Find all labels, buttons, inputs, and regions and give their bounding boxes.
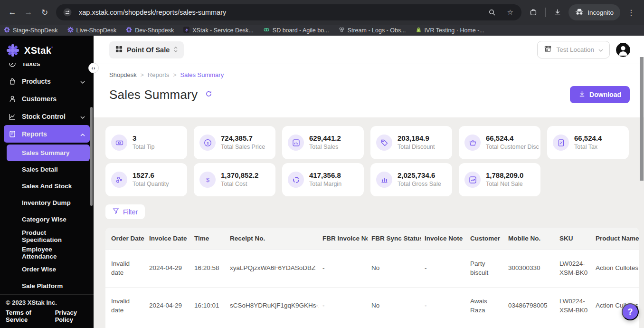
sidebar-item-label: Stock Control [22,113,75,120]
chevron-up-icon [80,130,85,138]
sidebar-item-reports[interactable]: Reports [4,125,90,143]
reports-submenu: Sales Summary Sales Detail Sales And Sto… [4,145,90,291]
bookmark-stream-logs[interactable]: Stream - Logs - Obs... [339,27,406,34]
xstak-logo[interactable]: XStak' [0,36,94,61]
back-icon[interactable]: ← [5,5,20,20]
stat-value: 629,441.2 [309,134,341,143]
breadcrumb-reports[interactable]: Reports [148,71,170,78]
submenu-product-specification[interactable]: Product Specification [7,228,90,244]
submenu-sales-and-stock[interactable]: Sales And Stock [7,178,90,194]
sidebar-collapse-toggle[interactable]: ‹› [88,63,99,73]
page-scrollbar[interactable] [639,36,644,328]
flower-icon [4,27,10,34]
title-block: Shopdesk > Reports > Sales Summary Sales… [94,64,644,117]
download-button[interactable]: Download [570,86,630,103]
search-icon[interactable] [485,6,499,19]
stats-cards: 3Total Tip $ 724,385.7Total Sales Price … [105,126,630,196]
stat-card-total-discount: 203,184.9Total Discount [370,126,452,159]
sidebar: XStak' Taxes Products Customers [0,36,94,328]
cell-fbr-sync-status: No [368,287,421,325]
bookmark-sd-board[interactable]: SD board - Agile bo... [263,27,329,34]
stat-label: Total Net Sale [486,181,523,188]
pos-label: Point Of Sale [127,46,170,54]
bookmark-xstak-service-desk[interactable]: XStak - Service Desk... [183,27,254,34]
bookmark-label: Dev-Shopdesk [135,27,174,34]
browser-menu-icon[interactable]: ⋮ [623,4,639,20]
reload-icon[interactable]: ↻ [37,5,52,20]
submenu-sales-detail[interactable]: Sales Detail [7,161,90,178]
bookmark-star-icon[interactable]: ☆ [503,6,517,19]
table-row[interactable]: Invalid date 2024-04-29 16:20:58 xyaLPQj… [105,250,639,287]
stat-label: Total Quantity [133,181,169,188]
privacy-link[interactable]: Privacy Policy [55,309,88,323]
logo-tick: ' [51,45,53,52]
extensions-icon[interactable] [525,4,541,20]
scrollbar-thumb[interactable] [640,57,644,181]
stat-label: Total Gross Sale [398,181,441,188]
url-text[interactable]: xap.xstak.com/shopdesk/reports/sales-sum… [79,9,481,16]
bookmark-dev-shopdesk[interactable]: Dev-Shopdesk [126,27,174,34]
donut-icon [288,172,304,188]
address-bar[interactable]: xap.xstak.com/shopdesk/reports/sales-sum… [56,4,521,20]
table-row[interactable]: Invalid date 2024-04-29 16:10:01 sCSoH8Y… [105,287,639,325]
incognito-badge: Incognito [568,4,620,20]
forward-icon[interactable]: → [21,5,36,20]
sidebar-item-taxes[interactable]: Taxes [4,63,90,72]
filter-button[interactable]: Filter [105,204,145,219]
submenu-inventory-dump[interactable]: Inventory Dump [7,194,90,211]
downloads-icon[interactable] [549,4,566,20]
submenu-employee-attendance[interactable]: Employee Attendance [7,244,90,261]
cell-fbr-invoice-no: - [319,287,368,325]
stat-value: 1,370,852.2 [221,171,258,180]
col-receipt-no: Receipt No. [226,228,319,250]
help-button[interactable]: ? [622,303,639,320]
submenu-category-wise[interactable]: Category Wise [7,211,90,228]
point-of-sale-selector[interactable]: Point Of Sale [109,41,184,58]
stat-label: Total Tax [574,144,602,151]
bookmark-live-shopdesk[interactable]: Live-ShopDesk [67,27,117,34]
submenu-sale-platform[interactable]: Sale Platform [7,278,90,291]
stat-value: 66,524.4 [486,134,539,143]
refresh-icon[interactable] [205,90,212,99]
sidebar-item-products[interactable]: Products [4,72,90,90]
store-icon [544,45,552,54]
main-area: Point Of Sale Test Location Shopdesk > R… [94,36,644,328]
breadcrumb-separator: > [141,72,144,78]
link-rings-icon [263,27,270,34]
chevron-down-icon [598,46,603,53]
stat-value: 3 [133,134,155,143]
funnel-icon [113,208,119,216]
col-fbr-invoice-no: FBR Invoice No [319,228,368,250]
submenu-order-wise[interactable]: Order Wise [7,261,90,278]
basket-icon [464,135,481,151]
col-fbr-sync-status: FBR Sync Status [368,228,421,250]
submenu-sales-summary[interactable]: Sales Summary [7,145,90,161]
sidebar-item-label: Taxes [22,63,85,68]
report-doc-icon [9,130,16,138]
bookmark-stage-shopdesk[interactable]: Stage-ShopDesk [4,27,58,34]
location-selector[interactable]: Test Location [537,41,610,58]
avatar[interactable] [616,43,630,57]
col-mobile-no: Mobile No. [504,228,556,250]
stat-label: Total Margin [309,181,341,188]
stat-label: Total Tip [133,144,155,151]
bag-icon [9,77,16,85]
chevron-down-icon [80,113,85,120]
bookmark-ivr-testing[interactable]: IVR Testing · Home -... [416,27,484,34]
stat-value: 1,788,209.0 [486,171,523,180]
stat-value: 1527.6 [133,171,169,180]
site-info-icon[interactable] [61,6,74,19]
cell-product-name: Action Cullotes [592,250,639,287]
breadcrumb-shopdesk[interactable]: Shopdesk [109,71,137,78]
sidebar-item-customers[interactable]: Customers [4,90,90,107]
sidebar-item-stock-control[interactable]: Stock Control [4,107,90,125]
stat-label: Total Customer Disc [486,144,539,151]
sidebar-menu: Taxes Products Customers Stock Control [0,63,94,291]
stat-card-total-margin: 417,356.8Total Margin [282,163,364,196]
cell-order-date: Invalid date [105,287,145,325]
cell-fbr-sync-status: No [368,250,421,287]
page: XStak' Taxes Products Customers [0,36,644,328]
terms-link[interactable]: Terms of Service [6,309,45,323]
sidebar-scrollbar[interactable] [90,107,93,206]
stat-card-total-quantity: 1527.6Total Quantity [105,163,187,196]
